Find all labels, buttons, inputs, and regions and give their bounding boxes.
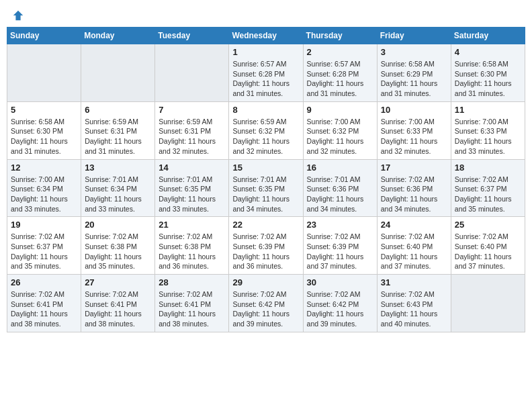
day-number: 3 xyxy=(381,47,447,57)
calendar-cell: 15Sunrise: 7:01 AMSunset: 6:35 PMDayligh… xyxy=(229,159,303,217)
calendar-cell: 5Sunrise: 6:58 AMSunset: 6:30 PMDaylight… xyxy=(7,101,81,159)
day-number: 13 xyxy=(85,163,151,173)
calendar-cell xyxy=(7,44,81,102)
calendar-cell xyxy=(155,44,229,102)
calendar-cell: 14Sunrise: 7:01 AMSunset: 6:35 PMDayligh… xyxy=(155,159,229,217)
calendar-cell: 8Sunrise: 6:59 AMSunset: 6:32 PMDaylight… xyxy=(229,101,303,159)
day-info: Sunrise: 7:01 AMSunset: 6:34 PMDaylight:… xyxy=(85,175,151,214)
day-info: Sunrise: 7:02 AMSunset: 6:37 PMDaylight:… xyxy=(455,175,521,214)
day-info: Sunrise: 7:02 AMSunset: 6:36 PMDaylight:… xyxy=(381,175,447,214)
calendar-cell: 28Sunrise: 7:02 AMSunset: 6:41 PMDayligh… xyxy=(155,275,229,332)
day-number: 9 xyxy=(307,105,373,115)
day-number: 21 xyxy=(159,220,225,230)
calendar-week-row: 5Sunrise: 6:58 AMSunset: 6:30 PMDaylight… xyxy=(7,101,525,159)
calendar-cell: 24Sunrise: 7:02 AMSunset: 6:40 PMDayligh… xyxy=(377,217,451,275)
day-number: 30 xyxy=(307,277,373,287)
calendar-cell: 11Sunrise: 7:00 AMSunset: 6:33 PMDayligh… xyxy=(451,101,525,159)
day-number: 24 xyxy=(381,220,447,230)
day-number: 20 xyxy=(85,220,151,230)
day-info: Sunrise: 6:59 AMSunset: 6:31 PMDaylight:… xyxy=(159,117,225,156)
day-number: 1 xyxy=(232,47,299,57)
calendar-header-row: SundayMondayTuesdayWednesdayThursdayFrid… xyxy=(7,28,525,44)
day-info: Sunrise: 7:02 AMSunset: 6:39 PMDaylight:… xyxy=(232,232,299,271)
header xyxy=(7,7,525,21)
day-number: 22 xyxy=(232,220,299,230)
logo-icon xyxy=(12,9,24,21)
day-number: 10 xyxy=(381,105,447,115)
calendar-cell: 29Sunrise: 7:02 AMSunset: 6:42 PMDayligh… xyxy=(229,275,303,332)
day-info: Sunrise: 7:01 AMSunset: 6:35 PMDaylight:… xyxy=(159,175,225,214)
page: SundayMondayTuesdayWednesdayThursdayFrid… xyxy=(0,0,532,339)
calendar-table: SundayMondayTuesdayWednesdayThursdayFrid… xyxy=(7,27,525,332)
day-info: Sunrise: 7:01 AMSunset: 6:36 PMDaylight:… xyxy=(307,175,373,214)
day-number: 8 xyxy=(232,105,299,115)
day-info: Sunrise: 7:02 AMSunset: 6:42 PMDaylight:… xyxy=(307,289,373,329)
day-info: Sunrise: 7:02 AMSunset: 6:37 PMDaylight:… xyxy=(11,232,77,271)
calendar-cell: 30Sunrise: 7:02 AMSunset: 6:42 PMDayligh… xyxy=(303,275,377,332)
day-info: Sunrise: 7:00 AMSunset: 6:33 PMDaylight:… xyxy=(455,117,521,156)
calendar-cell: 18Sunrise: 7:02 AMSunset: 6:37 PMDayligh… xyxy=(451,159,525,217)
day-info: Sunrise: 7:02 AMSunset: 6:43 PMDaylight:… xyxy=(381,289,447,329)
col-header-wednesday: Wednesday xyxy=(229,28,303,44)
day-info: Sunrise: 6:58 AMSunset: 6:30 PMDaylight:… xyxy=(455,59,521,99)
day-info: Sunrise: 7:02 AMSunset: 6:41 PMDaylight:… xyxy=(11,289,77,329)
day-number: 19 xyxy=(11,220,77,230)
calendar-cell: 21Sunrise: 7:02 AMSunset: 6:38 PMDayligh… xyxy=(155,217,229,275)
day-number: 6 xyxy=(85,105,151,115)
day-number: 17 xyxy=(381,163,447,173)
calendar-cell: 6Sunrise: 6:59 AMSunset: 6:31 PMDaylight… xyxy=(81,101,155,159)
calendar-cell: 19Sunrise: 7:02 AMSunset: 6:37 PMDayligh… xyxy=(7,217,81,275)
calendar-cell: 10Sunrise: 7:00 AMSunset: 6:33 PMDayligh… xyxy=(377,101,451,159)
day-info: Sunrise: 7:02 AMSunset: 6:41 PMDaylight:… xyxy=(85,289,151,329)
calendar-cell: 22Sunrise: 7:02 AMSunset: 6:39 PMDayligh… xyxy=(229,217,303,275)
day-info: Sunrise: 7:00 AMSunset: 6:34 PMDaylight:… xyxy=(11,175,77,214)
day-number: 27 xyxy=(85,277,151,287)
day-info: Sunrise: 7:02 AMSunset: 6:41 PMDaylight:… xyxy=(159,289,225,329)
day-info: Sunrise: 6:58 AMSunset: 6:30 PMDaylight:… xyxy=(11,117,77,156)
day-number: 11 xyxy=(455,105,521,115)
col-header-sunday: Sunday xyxy=(7,28,81,44)
calendar-cell: 1Sunrise: 6:57 AMSunset: 6:28 PMDaylight… xyxy=(229,44,303,102)
calendar-week-row: 1Sunrise: 6:57 AMSunset: 6:28 PMDaylight… xyxy=(7,44,525,102)
calendar-cell: 31Sunrise: 7:02 AMSunset: 6:43 PMDayligh… xyxy=(377,275,451,332)
day-number: 14 xyxy=(159,163,225,173)
calendar-cell: 4Sunrise: 6:58 AMSunset: 6:30 PMDaylight… xyxy=(451,44,525,102)
day-number: 23 xyxy=(307,220,373,230)
logo xyxy=(11,9,24,19)
day-info: Sunrise: 7:01 AMSunset: 6:35 PMDaylight:… xyxy=(232,175,299,214)
day-info: Sunrise: 7:02 AMSunset: 6:40 PMDaylight:… xyxy=(381,232,447,271)
calendar-cell: 16Sunrise: 7:01 AMSunset: 6:36 PMDayligh… xyxy=(303,159,377,217)
calendar-cell: 17Sunrise: 7:02 AMSunset: 6:36 PMDayligh… xyxy=(377,159,451,217)
svg-marker-0 xyxy=(13,11,23,20)
day-number: 31 xyxy=(381,277,447,287)
day-info: Sunrise: 7:02 AMSunset: 6:40 PMDaylight:… xyxy=(455,232,521,271)
calendar-cell: 27Sunrise: 7:02 AMSunset: 6:41 PMDayligh… xyxy=(81,275,155,332)
day-number: 2 xyxy=(307,47,373,57)
col-header-monday: Monday xyxy=(81,28,155,44)
day-number: 29 xyxy=(232,277,299,287)
day-number: 18 xyxy=(455,163,521,173)
calendar-cell: 9Sunrise: 7:00 AMSunset: 6:32 PMDaylight… xyxy=(303,101,377,159)
day-number: 26 xyxy=(11,277,77,287)
day-info: Sunrise: 7:02 AMSunset: 6:38 PMDaylight:… xyxy=(85,232,151,271)
day-number: 16 xyxy=(307,163,373,173)
day-number: 28 xyxy=(159,277,225,287)
day-info: Sunrise: 6:57 AMSunset: 6:28 PMDaylight:… xyxy=(307,59,373,99)
day-info: Sunrise: 7:00 AMSunset: 6:32 PMDaylight:… xyxy=(307,117,373,156)
day-info: Sunrise: 7:00 AMSunset: 6:33 PMDaylight:… xyxy=(381,117,447,156)
day-number: 5 xyxy=(11,105,77,115)
calendar-cell xyxy=(451,275,525,332)
calendar-cell: 26Sunrise: 7:02 AMSunset: 6:41 PMDayligh… xyxy=(7,275,81,332)
day-info: Sunrise: 7:02 AMSunset: 6:39 PMDaylight:… xyxy=(307,232,373,271)
day-info: Sunrise: 6:57 AMSunset: 6:28 PMDaylight:… xyxy=(232,59,299,99)
day-number: 15 xyxy=(232,163,299,173)
day-info: Sunrise: 6:59 AMSunset: 6:31 PMDaylight:… xyxy=(85,117,151,156)
calendar-cell: 20Sunrise: 7:02 AMSunset: 6:38 PMDayligh… xyxy=(81,217,155,275)
calendar-cell: 7Sunrise: 6:59 AMSunset: 6:31 PMDaylight… xyxy=(155,101,229,159)
day-number: 7 xyxy=(159,105,225,115)
calendar-week-row: 12Sunrise: 7:00 AMSunset: 6:34 PMDayligh… xyxy=(7,159,525,217)
calendar-cell xyxy=(81,44,155,102)
calendar-cell: 23Sunrise: 7:02 AMSunset: 6:39 PMDayligh… xyxy=(303,217,377,275)
day-number: 25 xyxy=(455,220,521,230)
day-number: 12 xyxy=(11,163,77,173)
